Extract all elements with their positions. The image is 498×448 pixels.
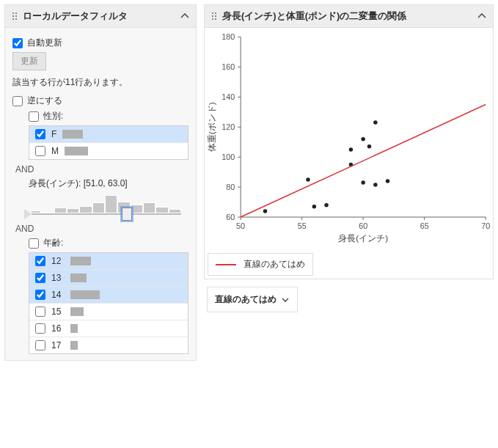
svg-point-38 — [386, 179, 390, 183]
chevron-down-icon — [281, 295, 290, 304]
collapse-caret-icon[interactable] — [180, 11, 190, 21]
chart-area: 50556065706080100120140160180身長(インチ)体重(ポ… — [205, 28, 493, 279]
freq-bar-icon — [65, 147, 88, 155]
sex-label: 性別: — [43, 110, 63, 122]
svg-point-33 — [349, 147, 354, 152]
svg-text:50: 50 — [236, 221, 245, 230]
svg-point-31 — [324, 203, 329, 208]
svg-text:65: 65 — [420, 221, 429, 230]
age-row-13[interactable]: 13 — [29, 269, 188, 286]
svg-text:120: 120 — [221, 122, 235, 131]
svg-point-37 — [373, 183, 378, 187]
svg-point-34 — [361, 180, 365, 185]
svg-point-28 — [263, 209, 268, 213]
svg-text:80: 80 — [226, 183, 235, 191]
svg-text:70: 70 — [481, 221, 490, 230]
svg-point-39 — [373, 120, 378, 125]
age-toggle-checkbox[interactable] — [29, 238, 39, 249]
sex-list: FM — [29, 125, 188, 160]
age-row-checkbox[interactable] — [35, 306, 45, 317]
age-row-checkbox[interactable] — [35, 256, 45, 266]
age-row-checkbox[interactable] — [35, 273, 45, 283]
svg-text:60: 60 — [226, 213, 235, 221]
sex-row-checkbox[interactable] — [35, 146, 45, 156]
svg-text:60: 60 — [359, 221, 367, 230]
sex-header-row[interactable]: 性別: — [29, 110, 188, 122]
svg-text:100: 100 — [221, 153, 235, 161]
slider-min-handle-icon[interactable] — [24, 209, 32, 219]
fit-line-section-label: 直線のあてはめ — [215, 293, 277, 306]
chart-legend: 直線のあてはめ — [208, 253, 313, 276]
age-header-row[interactable]: 年齢: — [29, 237, 188, 249]
age-row-checkbox[interactable] — [35, 340, 45, 350]
collapse-caret-icon[interactable] — [477, 11, 487, 21]
auto-update-label: 自動更新 — [27, 37, 62, 49]
age-label: 年齢: — [43, 237, 63, 249]
auto-update-checkbox[interactable] — [12, 38, 23, 48]
bivariate-header[interactable]: 身長(インチ)と体重(ポンド)の二変量の関係 — [205, 5, 493, 28]
svg-point-36 — [367, 144, 372, 149]
svg-text:160: 160 — [221, 62, 235, 71]
svg-text:140: 140 — [221, 92, 235, 101]
age-row-label: 17 — [51, 340, 65, 350]
freq-bar-icon — [62, 130, 83, 139]
sex-row-checkbox[interactable] — [35, 129, 45, 139]
svg-text:55: 55 — [298, 221, 307, 230]
bivariate-panel: 身長(インチ)と体重(ポンド)の二変量の関係 50556065706080100… — [204, 4, 494, 279]
sex-toggle-checkbox[interactable] — [29, 111, 39, 122]
drag-grip-icon[interactable] — [11, 11, 18, 21]
and-separator: AND — [15, 164, 188, 175]
row-count-info: 該当する行が11行あります。 — [12, 76, 188, 89]
freq-bar-icon — [70, 307, 84, 316]
age-row-label: 16 — [51, 323, 65, 334]
sex-row-label: M — [51, 146, 59, 156]
local-data-filter-panel: ローカルデータフィルタ 自動更新 更新 該当する行が11行あります。 逆にする … — [4, 4, 197, 361]
sex-row-F[interactable]: F — [29, 126, 188, 142]
age-row-17[interactable]: 17 — [29, 337, 188, 353]
reverse-row[interactable]: 逆にする — [12, 95, 188, 107]
age-row-label: 12 — [51, 256, 65, 266]
drag-grip-icon[interactable] — [210, 11, 218, 21]
age-row-12[interactable]: 12 — [29, 253, 188, 269]
freq-bar-icon — [70, 273, 87, 282]
height-histogram-slider[interactable] — [29, 193, 181, 219]
reverse-label: 逆にする — [27, 95, 62, 107]
auto-update-row[interactable]: 自動更新 — [12, 37, 188, 49]
fit-line-swatch-icon — [216, 264, 236, 265]
scatter-chart: 50556065706080100120140160180身長(インチ)体重(ポ… — [205, 28, 493, 248]
freq-bar-icon — [70, 290, 100, 299]
age-row-15[interactable]: 15 — [29, 303, 188, 320]
reverse-checkbox[interactable] — [12, 96, 23, 106]
freq-bar-icon — [70, 341, 78, 350]
age-row-label: 14 — [51, 290, 65, 300]
age-row-label: 13 — [51, 273, 65, 283]
update-button[interactable]: 更新 — [12, 52, 46, 70]
sex-row-M[interactable]: M — [29, 142, 188, 159]
svg-text:180: 180 — [221, 32, 235, 41]
age-row-16[interactable]: 16 — [29, 320, 188, 337]
svg-point-29 — [306, 177, 310, 182]
slider-max-handle-icon[interactable] — [122, 208, 132, 221]
svg-text:体重(ポンド): 体重(ポンド) — [207, 102, 216, 152]
legend-label: 直線のあてはめ — [243, 258, 305, 271]
age-row-checkbox[interactable] — [35, 290, 45, 300]
svg-text:身長(インチ): 身長(インチ) — [338, 233, 388, 243]
bivariate-title: 身長(インチ)と体重(ポンド)の二変量の関係 — [222, 10, 406, 23]
filter-panel-title: ローカルデータフィルタ — [23, 10, 128, 23]
age-row-14[interactable]: 14 — [29, 286, 188, 303]
freq-bar-icon — [70, 257, 91, 265]
age-row-label: 15 — [51, 306, 65, 317]
sex-row-label: F — [51, 129, 56, 139]
fit-line-section-toggle[interactable]: 直線のあてはめ — [207, 287, 298, 312]
svg-point-30 — [312, 205, 317, 209]
height-range-label: 身長(インチ): [51.0, 63.0] — [29, 177, 188, 190]
filter-panel-header[interactable]: ローカルデータフィルタ — [5, 5, 196, 28]
age-row-checkbox[interactable] — [35, 323, 45, 334]
freq-bar-icon — [70, 324, 78, 333]
and-separator-2: AND — [15, 224, 188, 234]
svg-point-35 — [361, 137, 365, 142]
age-list: 121314151617 — [29, 252, 188, 354]
